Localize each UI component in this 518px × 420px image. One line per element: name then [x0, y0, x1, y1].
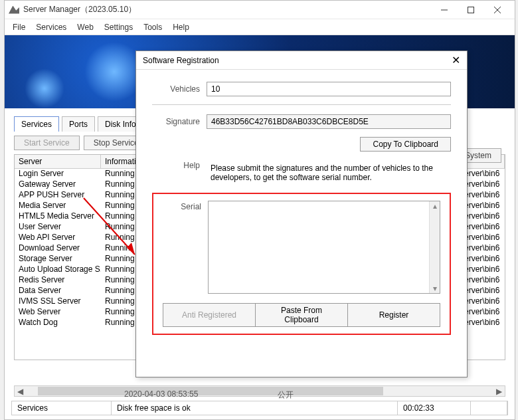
- menu-file[interactable]: File: [13, 23, 25, 32]
- cell-server: Gateway Server: [15, 179, 101, 190]
- titlebar: Server Manager（2023.05.10）: [5, 1, 515, 19]
- status-time: 00:02:33: [398, 401, 471, 415]
- status-extra: [471, 401, 507, 415]
- menu-web[interactable]: Web: [77, 23, 93, 32]
- cell-server: Auto Upload Storage S...: [15, 264, 101, 275]
- menu-tools[interactable]: Tools: [143, 23, 162, 32]
- dialog-title: Software Registration: [143, 56, 219, 65]
- anti-registered-button[interactable]: Anti Registered: [163, 303, 256, 327]
- vehicles-label: Vehicles: [152, 84, 200, 94]
- serial-label: Serial: [163, 201, 201, 294]
- svg-rect-1: [468, 7, 474, 13]
- cell-server: Storage Server: [15, 254, 101, 264]
- background-row: 2020-04-03 08:53:55 公开: [124, 389, 294, 401]
- serial-scrollbar[interactable]: ▴▾: [429, 201, 440, 293]
- bg-timestamp: 2020-04-03 08:53:55: [124, 389, 198, 401]
- status-disk: Disk free space is ok: [112, 401, 398, 415]
- copy-clipboard-button[interactable]: Copy To Clipboard: [360, 137, 451, 152]
- menu-settings[interactable]: Settings: [104, 23, 133, 32]
- menu-services[interactable]: Services: [36, 23, 66, 32]
- cell-server: Watch Dog: [15, 318, 101, 328]
- cell-server: Redis Server: [15, 275, 101, 286]
- window-title: Server Manager（2023.05.10）: [23, 4, 431, 15]
- cell-server: Media Server: [15, 201, 101, 211]
- cell-server: APP PUSH Server: [15, 190, 101, 201]
- help-label: Help: [152, 161, 200, 170]
- help-text: Please submit the signatures and the num…: [207, 161, 451, 185]
- menu-help[interactable]: Help: [173, 23, 189, 32]
- signature-field[interactable]: [207, 114, 451, 129]
- register-button[interactable]: Register: [348, 303, 440, 327]
- cell-server: Data Server: [15, 286, 101, 296]
- maximize-button[interactable]: [458, 1, 484, 19]
- cell-server: Login Server: [15, 169, 101, 179]
- cell-server: Web Server: [15, 307, 101, 318]
- statusbar: Services Disk free space is ok 00:02:33: [11, 401, 508, 415]
- cell-server: IVMS SSL Server: [15, 296, 101, 307]
- scroll-left-icon[interactable]: ◀: [15, 386, 26, 396]
- app-icon: [9, 6, 19, 14]
- cell-server: Web API Server: [15, 233, 101, 243]
- bg-text: 公开: [278, 389, 294, 401]
- vehicles-input[interactable]: [207, 82, 451, 96]
- menubar: File Services Web Settings Tools Help: [5, 19, 515, 35]
- paste-clipboard-button[interactable]: Paste From Clipboard: [256, 303, 348, 327]
- serial-textarea[interactable]: ▴▾: [208, 201, 440, 294]
- scroll-right-icon[interactable]: ▶: [493, 386, 505, 396]
- dialog-titlebar: Software Registration ✕: [136, 51, 467, 70]
- cell-server: User Server: [15, 222, 101, 233]
- tab-ports[interactable]: Ports: [62, 116, 95, 132]
- signature-label: Signature: [152, 117, 200, 126]
- cell-server: HTML5 Media Server: [15, 211, 101, 222]
- col-server[interactable]: Server: [15, 155, 101, 168]
- start-service-button[interactable]: Start Service: [14, 136, 80, 150]
- tab-services[interactable]: Services: [14, 116, 59, 132]
- status-label: Services: [12, 401, 112, 415]
- dialog-close-icon[interactable]: ✕: [452, 54, 460, 66]
- registration-dialog: Software Registration ✕ Vehicles Signatu…: [135, 51, 468, 377]
- cell-server: Download Server: [15, 243, 101, 254]
- close-button[interactable]: [484, 1, 511, 19]
- minimize-button[interactable]: [431, 1, 458, 19]
- serial-section: Serial ▴▾ Anti Registered Paste From Cli…: [152, 193, 451, 335]
